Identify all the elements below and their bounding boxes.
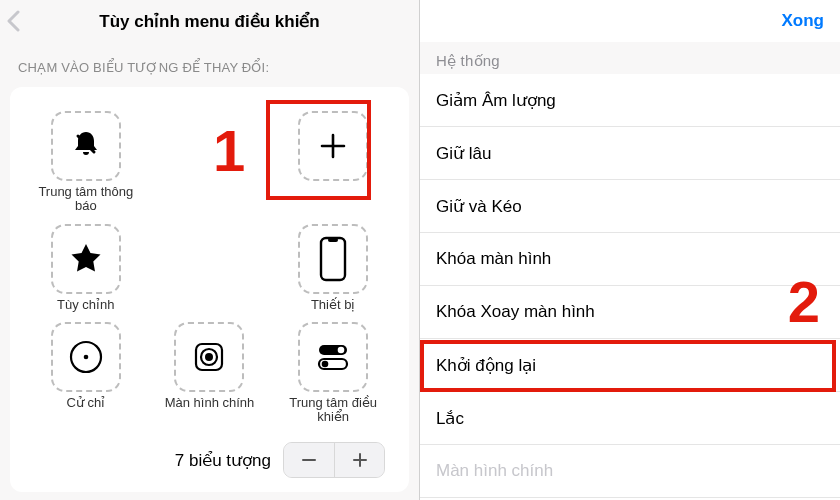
section-caption: CHẠM VÀO BIỂU TƯỢNG ĐỂ THAY ĐỔI: <box>0 42 419 81</box>
stepper-plus-button[interactable] <box>334 443 384 477</box>
svg-point-3 <box>84 355 89 360</box>
toggles-icon <box>313 337 353 377</box>
grid-label: Cử chỉ <box>66 396 105 410</box>
system-list-pane: Xong Hệ thống Giảm Âm lượng Giữ lâu Giữ … <box>420 0 840 500</box>
bell-icon <box>68 128 104 164</box>
back-chevron-icon[interactable] <box>6 10 20 32</box>
customize-pane: Tùy chỉnh menu điều khiển CHẠM VÀO BIỂU … <box>0 0 420 500</box>
grid-label: Thiết bị <box>311 298 356 312</box>
list-item[interactable]: Giữ lâu <box>420 127 840 180</box>
grid-cell-notification-center[interactable]: Trung tâm thông báo <box>30 111 142 214</box>
grid-cell-control-center[interactable]: Trung tâm điều khiển <box>277 322 389 425</box>
list-item[interactable]: Giảm Âm lượng <box>420 74 840 127</box>
icon-count-text: 7 biểu tượng <box>175 450 271 471</box>
star-icon <box>68 241 104 277</box>
icon-grid-card: Trung tâm thông báo Tùy chỉnh <box>10 87 409 492</box>
list-item-disabled: Màn hình chính <box>420 445 840 498</box>
svg-rect-1 <box>328 238 338 242</box>
icon-grid: Trung tâm thông báo Tùy chỉnh <box>30 111 389 424</box>
done-button[interactable]: Xong <box>782 11 825 31</box>
list-item[interactable]: Giữ và Kéo <box>420 180 840 233</box>
grid-label: Trung tâm điều khiển <box>284 396 382 425</box>
grid-cell-home-screen[interactable]: Màn hình chính <box>154 322 266 425</box>
stepper-minus-button[interactable] <box>284 443 334 477</box>
plus-icon <box>318 131 348 161</box>
header: Xong <box>420 0 840 42</box>
list-item-restart[interactable]: Khởi động lại <box>420 339 840 392</box>
list-item[interactable]: Khóa Xoay màn hình <box>420 286 840 339</box>
list-section-header: Hệ thống <box>420 42 840 74</box>
system-action-list: Giảm Âm lượng Giữ lâu Giữ và Kéo Khóa mà… <box>420 74 840 498</box>
svg-point-10 <box>322 361 329 368</box>
count-stepper <box>283 442 385 478</box>
svg-point-6 <box>205 353 213 361</box>
list-item[interactable]: Lắc <box>420 392 840 445</box>
svg-point-8 <box>338 347 345 354</box>
grid-cell-gesture[interactable]: Cử chỉ <box>30 322 142 425</box>
grid-cell-device[interactable]: Thiết bị <box>277 224 389 312</box>
list-item[interactable]: Khóa màn hình <box>420 233 840 286</box>
target-icon <box>189 337 229 377</box>
grid-label: Trung tâm thông báo <box>37 185 135 214</box>
icon-count-row: 7 biểu tượng <box>30 442 389 478</box>
phone-icon <box>319 236 347 282</box>
page-title: Tùy chỉnh menu điều khiển <box>99 11 320 32</box>
grid-cell-add[interactable] <box>277 111 389 214</box>
grid-cell-custom[interactable]: Tùy chỉnh <box>30 224 142 312</box>
header: Tùy chỉnh menu điều khiển <box>0 0 419 42</box>
grid-label: Tùy chỉnh <box>57 298 114 312</box>
grid-label: Màn hình chính <box>165 396 255 410</box>
circle-dot-icon <box>66 337 106 377</box>
svg-rect-0 <box>321 238 345 280</box>
